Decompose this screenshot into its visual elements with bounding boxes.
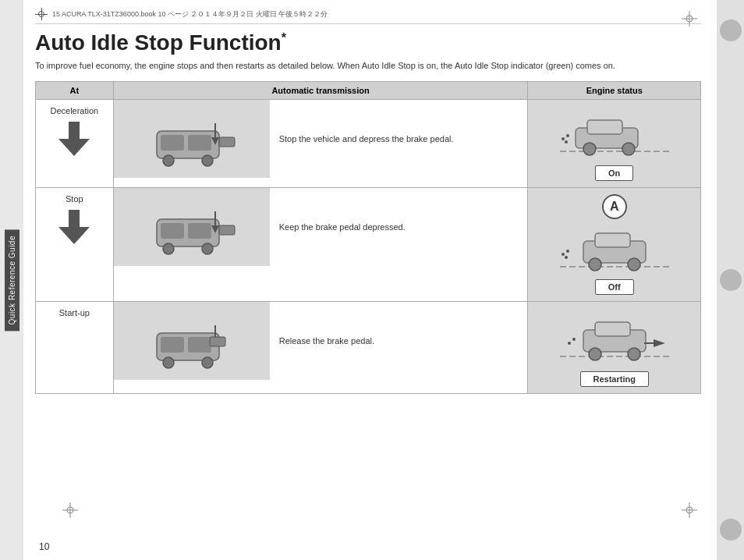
bottom-right-crosshair (682, 502, 697, 521)
row-auto-startup: Release the brake pedal. (113, 302, 528, 394)
svg-rect-17 (161, 223, 184, 239)
svg-rect-41 (595, 322, 630, 336)
header-text: 15 ACURA TLX-31TZ36000.book 10 ページ ２０１４年… (52, 9, 328, 19)
page-title: Auto Idle Stop Function* (35, 30, 701, 55)
engine-status-off: Off (595, 279, 634, 295)
row-at-startup: Start-up (36, 302, 114, 394)
svg-point-46 (572, 338, 576, 341)
row-label-startup: Start-up (42, 308, 107, 317)
engine-status-on: On (595, 165, 633, 181)
table-header-at: At (36, 82, 114, 100)
svg-rect-38 (210, 337, 225, 346)
svg-point-31 (565, 256, 568, 259)
acura-indicator: A (602, 194, 627, 219)
svg-rect-23 (219, 225, 235, 235)
page-description: To improve fuel economy, the engine stop… (35, 60, 701, 72)
top-circle-decoration (720, 19, 742, 41)
svg-point-12 (622, 143, 635, 155)
row-label-deceleration: Deceleration (42, 106, 107, 115)
svg-point-19 (163, 243, 174, 254)
svg-point-13 (566, 134, 569, 137)
svg-rect-10 (587, 120, 622, 134)
svg-point-35 (163, 357, 174, 368)
svg-point-27 (589, 258, 601, 271)
page-number: 10 (39, 541, 49, 552)
engine-car-svg-1 (552, 106, 677, 161)
table-row: Deceleration (36, 100, 701, 188)
brake-illustration-1 (114, 100, 270, 178)
engine-car-svg-2 (552, 224, 677, 275)
engine-illustration-1: On (528, 100, 700, 187)
svg-rect-34 (188, 337, 211, 353)
left-sidebar: Quick Reference Guide (0, 0, 23, 560)
svg-point-4 (202, 155, 213, 166)
brake-svg-3 (141, 310, 243, 372)
row-engine-startup: Restarting (528, 302, 701, 394)
main-table: At Automatic transmission Engine status … (35, 81, 701, 394)
row-label-stop: Stop (42, 194, 107, 204)
bottom-left-crosshair (62, 502, 78, 521)
top-right-crosshair (682, 11, 697, 30)
mid-circle-decoration (720, 269, 742, 291)
svg-point-15 (565, 140, 568, 144)
row-auto-stop: Keep the brake pedal depressed. (113, 188, 528, 302)
svg-point-11 (583, 143, 596, 155)
svg-rect-33 (161, 337, 184, 353)
svg-rect-18 (188, 223, 211, 239)
svg-point-14 (562, 137, 565, 140)
svg-rect-26 (595, 233, 630, 247)
sidebar-label: Quick Reference Guide (5, 229, 19, 331)
arrow-down-icon (42, 122, 107, 156)
svg-rect-1 (161, 135, 184, 151)
engine-status-restarting: Restarting (580, 371, 649, 387)
row-at-stop: Stop (36, 188, 114, 302)
svg-point-20 (202, 243, 213, 254)
auto-text-deceleration: Stop the vehicle and depress the brake p… (270, 100, 528, 178)
row-at-deceleration: Deceleration (36, 100, 114, 188)
table-row: Stop (36, 188, 701, 302)
header-crosshair-icon (35, 8, 48, 20)
page-container: Quick Reference Guide 15 ACURA TLX-31TZ3… (0, 0, 744, 560)
page-footer: 10 (39, 541, 49, 552)
svg-point-47 (568, 342, 571, 345)
svg-point-43 (628, 348, 640, 360)
svg-point-3 (163, 155, 174, 166)
auto-text-stop: Keep the brake pedal depressed. (270, 188, 528, 266)
auto-text-startup: Release the brake pedal. (270, 302, 528, 380)
brake-svg-1 (141, 108, 243, 170)
engine-car-svg-3 (552, 308, 677, 367)
brake-illustration-3 (114, 302, 270, 380)
svg-point-28 (628, 258, 640, 271)
arrow-down-icon-2 (42, 210, 107, 244)
row-engine-stop: A Off (528, 188, 701, 302)
brake-illustration-2 (114, 188, 270, 266)
svg-point-30 (562, 253, 565, 256)
svg-rect-7 (219, 137, 235, 147)
svg-point-29 (566, 250, 569, 253)
bottom-circle-decoration (720, 519, 742, 541)
table-header-engine: Engine status (528, 82, 701, 100)
engine-illustration-2: A Off (528, 188, 700, 301)
table-row: Start-up (36, 302, 701, 394)
brake-svg-2 (141, 196, 243, 258)
engine-illustration-3: Restarting (528, 302, 700, 393)
svg-rect-2 (188, 135, 211, 151)
header-bar: 15 ACURA TLX-31TZ36000.book 10 ページ ２０１４年… (35, 8, 701, 24)
svg-point-36 (202, 357, 213, 368)
main-content: 15 ACURA TLX-31TZ36000.book 10 ページ ２０１４年… (23, 0, 717, 560)
svg-point-42 (589, 348, 601, 360)
row-engine-deceleration: On (528, 100, 701, 188)
table-header-auto: Automatic transmission (113, 82, 528, 100)
row-auto-deceleration: Stop the vehicle and depress the brake p… (113, 100, 528, 188)
right-sidebar (717, 0, 744, 560)
